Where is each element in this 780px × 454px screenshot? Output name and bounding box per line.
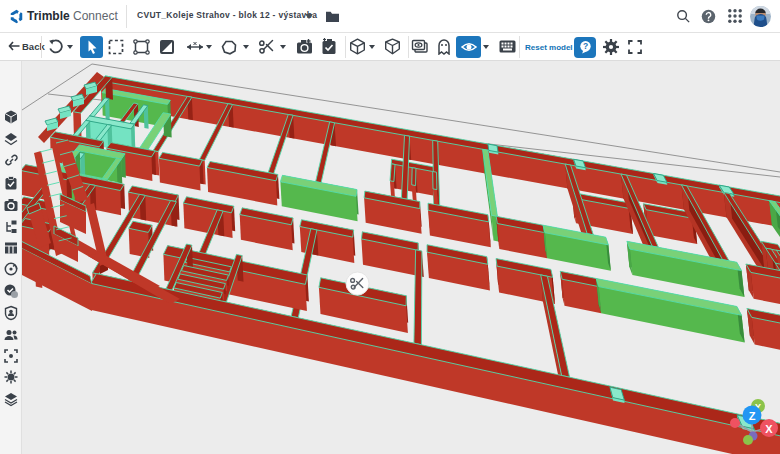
svg-text:Z: Z	[749, 410, 756, 422]
svg-text:X: X	[765, 423, 773, 435]
svg-text:?: ?	[583, 41, 588, 51]
